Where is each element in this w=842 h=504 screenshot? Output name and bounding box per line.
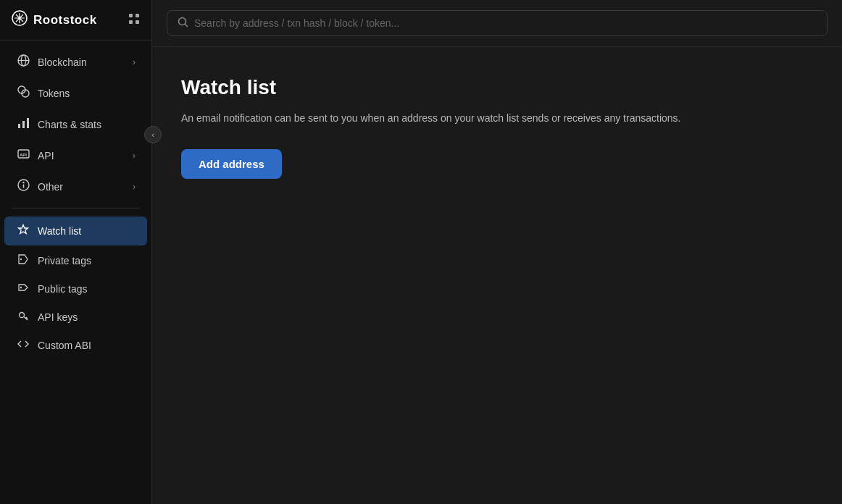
- logo-text: Rootstock: [33, 13, 97, 28]
- main-nav: Blockchain › Tokens Charts & st: [0, 41, 151, 366]
- globe-icon: [16, 54, 30, 70]
- sidebar-item-public-tags[interactable]: Public tags: [4, 275, 147, 302]
- sidebar-item-label-public-tags: Public tags: [38, 283, 87, 295]
- search-bar: [152, 0, 842, 47]
- search-wrapper: [167, 10, 828, 36]
- chevron-right-icon-other: ›: [133, 182, 136, 192]
- sidebar-item-label-api: API: [38, 150, 54, 161]
- search-input[interactable]: [194, 17, 817, 29]
- sidebar-item-tokens[interactable]: Tokens: [4, 78, 147, 108]
- add-address-button[interactable]: Add address: [181, 149, 282, 179]
- svg-point-21: [179, 18, 186, 25]
- logo-icon: [12, 10, 28, 30]
- sidebar-item-label-private-tags: Private tags: [38, 255, 91, 266]
- svg-rect-2: [136, 14, 139, 17]
- svg-rect-11: [22, 121, 25, 128]
- star-icon: [16, 224, 30, 238]
- svg-point-19: [20, 287, 22, 288]
- svg-point-16: [22, 182, 24, 183]
- tokens-icon: [16, 85, 30, 101]
- svg-rect-4: [136, 20, 139, 24]
- svg-rect-17: [22, 185, 24, 188]
- sidebar-item-label-custom-abi: Custom ABI: [38, 340, 91, 351]
- public-tag-icon: [16, 282, 30, 295]
- main-content: Watch list An email notification can be …: [152, 0, 842, 504]
- sidebar-item-watchlist[interactable]: Watch list: [4, 217, 147, 245]
- svg-rect-3: [129, 20, 133, 24]
- svg-text:API: API: [20, 153, 27, 157]
- sidebar-item-label-charts: Charts & stats: [38, 119, 101, 130]
- sidebar-item-label-tokens: Tokens: [38, 88, 70, 99]
- sidebar-item-label-blockchain: Blockchain: [38, 56, 87, 68]
- sub-nav: Watch list Private tags: [0, 214, 151, 361]
- logo-area: Rootstock: [0, 0, 151, 41]
- svg-rect-10: [18, 124, 20, 128]
- private-tag-icon: [16, 253, 30, 267]
- page-content: Watch list An email notification can be …: [152, 47, 842, 504]
- search-icon: [178, 17, 188, 30]
- sidebar-item-api-keys[interactable]: API keys: [4, 303, 147, 330]
- charts-icon: [16, 117, 30, 132]
- sidebar-item-blockchain[interactable]: Blockchain ›: [4, 47, 147, 77]
- api-icon: API: [16, 148, 30, 163]
- other-icon: [16, 179, 30, 194]
- sidebar-item-other[interactable]: Other ›: [4, 172, 147, 201]
- sidebar-item-custom-abi[interactable]: Custom ABI: [4, 332, 147, 358]
- chevron-right-icon-blockchain: ›: [133, 57, 136, 67]
- sidebar-item-label-api-keys: API keys: [38, 311, 78, 323]
- nav-divider: [12, 208, 140, 209]
- page-title: Watch list: [181, 76, 813, 99]
- sidebar-item-private-tags[interactable]: Private tags: [4, 247, 147, 274]
- sidebar-collapse-button[interactable]: ‹: [144, 126, 162, 143]
- sidebar-item-label-other: Other: [38, 181, 63, 193]
- svg-point-18: [20, 259, 22, 260]
- sidebar: Rootstock Blockchain ›: [0, 0, 152, 504]
- sidebar-item-label-watchlist: Watch list: [38, 225, 81, 237]
- svg-rect-1: [129, 14, 133, 17]
- chevron-right-icon-api: ›: [133, 151, 136, 161]
- svg-point-20: [20, 313, 25, 318]
- sidebar-item-api[interactable]: API API ›: [4, 140, 147, 170]
- svg-rect-12: [27, 118, 29, 128]
- key-icon: [16, 310, 30, 324]
- grid-icon[interactable]: [128, 13, 140, 28]
- sidebar-item-charts[interactable]: Charts & stats: [4, 109, 147, 139]
- code-icon: [16, 338, 30, 352]
- page-description: An email notification can be sent to you…: [181, 111, 813, 126]
